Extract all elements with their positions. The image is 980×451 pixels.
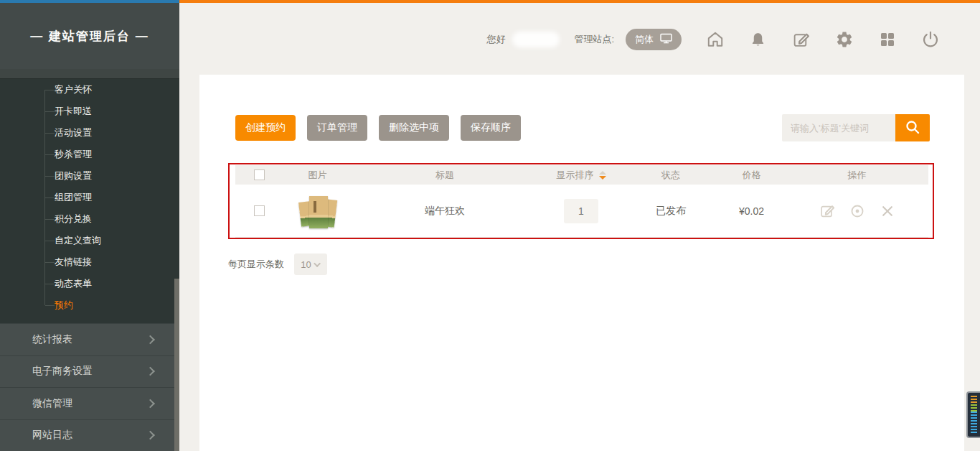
- bell-icon[interactable]: [748, 30, 768, 50]
- sidebar-item-custom-query[interactable]: 自定义查询: [0, 230, 179, 251]
- section-label: 网站日志: [32, 429, 72, 442]
- create-reservation-button[interactable]: 创建预约: [235, 115, 296, 141]
- sidebar: — 建站管理后台 — 客户关怀 开卡即送 活动设置 秒杀管理 团购设置 组团管理…: [0, 0, 179, 451]
- sidebar-item-card-gift[interactable]: 开卡即送: [0, 101, 179, 122]
- sidebar-scrollbar[interactable]: [174, 279, 179, 451]
- delete-selected-button[interactable]: 删除选中项: [379, 115, 449, 141]
- sidebar-section-site-logs[interactable]: 网站日志: [0, 419, 179, 451]
- header-toolbar: 您好 管理站点: 简体: [486, 29, 940, 50]
- section-label: 统计报表: [32, 333, 72, 346]
- sidebar-section-ecommerce[interactable]: 电子商务设置: [0, 355, 179, 388]
- order-management-button[interactable]: 订单管理: [307, 115, 367, 141]
- edit-row-icon[interactable]: [819, 203, 835, 219]
- chevron-right-icon: [146, 399, 155, 408]
- chevron-right-icon: [146, 431, 155, 440]
- product-thumbnail[interactable]: [299, 192, 336, 231]
- product-box-mark: [314, 201, 316, 213]
- language-site-button[interactable]: 简体: [626, 29, 682, 50]
- table-header-row: 图片 标题 显示排序 状态 价格 操作: [235, 165, 928, 185]
- page-size-control: 每页显示条数 10: [228, 254, 327, 275]
- preview-eye-icon[interactable]: [849, 203, 865, 219]
- row-actions-cell: [786, 203, 928, 219]
- save-order-button[interactable]: 保存顺序: [461, 115, 521, 141]
- sort-toggle-icon[interactable]: [599, 171, 606, 180]
- row-sort-cell: 1: [538, 199, 624, 223]
- section-label: 微信管理: [32, 397, 72, 410]
- sidebar-item-points-exchange[interactable]: 积分兑换: [0, 208, 179, 230]
- home-icon[interactable]: [705, 30, 725, 50]
- row-title: 端午狂欢: [352, 205, 538, 218]
- meter-green-segment: [971, 404, 977, 412]
- row-checkbox-cell: [235, 205, 283, 216]
- chevron-right-icon: [146, 367, 155, 376]
- column-header-sort: 显示排序: [538, 169, 624, 182]
- sidebar-item-group-manage[interactable]: 组团管理: [0, 187, 179, 208]
- language-label: 简体: [635, 33, 654, 46]
- product-box-middle: [309, 196, 328, 228]
- manage-site-label: 管理站点:: [574, 33, 614, 46]
- row-image-cell: [283, 192, 352, 231]
- section-label: 电子商务设置: [32, 365, 93, 378]
- sidebar-submenu: 客户关怀 开卡即送 活动设置 秒杀管理 团购设置 组团管理 积分兑换 自定义查询…: [0, 79, 179, 316]
- column-header-actions: 操作: [786, 169, 928, 182]
- sidebar-section-wechat[interactable]: 微信管理: [0, 387, 179, 419]
- header-top-strip: [179, 0, 980, 3]
- sort-down-icon: [599, 176, 606, 180]
- sidebar-item-activity-settings[interactable]: 活动设置: [0, 122, 179, 144]
- search-input[interactable]: [782, 114, 895, 141]
- chevron-down-icon: [314, 260, 321, 267]
- monitor-icon: [660, 33, 672, 46]
- sidebar-item-customer-care[interactable]: 客户关怀: [0, 79, 179, 101]
- delete-row-icon[interactable]: [880, 203, 895, 219]
- header-checkbox-cell: [235, 169, 283, 180]
- column-header-image: 图片: [283, 169, 352, 182]
- main-content-panel: 创建预约 订单管理 删除选中项 保存顺序 图片 标题 显示排序: [199, 75, 964, 451]
- action-toolbar: 创建预约 订单管理 删除选中项 保存顺序: [235, 115, 521, 141]
- page-size-label: 每页显示条数: [228, 258, 284, 271]
- username-redacted: [512, 32, 560, 47]
- meter-blue-segment: [971, 412, 977, 434]
- column-header-status: 状态: [624, 169, 717, 182]
- row-checkbox[interactable]: [254, 205, 265, 216]
- sidebar-item-reservation-active[interactable]: 预约: [0, 294, 179, 316]
- meter-amber-segment: [971, 396, 977, 404]
- search-bar: [782, 114, 930, 141]
- sidebar-sections: 统计报表 电子商务设置 微信管理 网站日志: [0, 323, 179, 451]
- sort-header-label: 显示排序: [557, 169, 594, 182]
- sort-up-icon: [599, 171, 606, 175]
- row-status: 已发布: [624, 205, 717, 218]
- apps-grid-icon[interactable]: [877, 30, 897, 50]
- search-icon: [904, 118, 921, 138]
- search-button[interactable]: [895, 114, 930, 141]
- sidebar-divider-band: [0, 69, 179, 79]
- page-size-value: 10: [301, 259, 311, 270]
- column-header-title: 标题: [352, 169, 538, 182]
- row-price: ¥0.02: [717, 205, 786, 217]
- page-size-select[interactable]: 10: [294, 254, 327, 275]
- table-row: 端午狂欢 1 已发布 ¥0.02: [235, 185, 928, 238]
- gear-icon[interactable]: [834, 30, 854, 50]
- sort-order-input[interactable]: 1: [564, 199, 598, 223]
- sidebar-item-flashsale[interactable]: 秒杀管理: [0, 144, 179, 165]
- power-icon[interactable]: [920, 30, 940, 50]
- greeting-text: 您好: [486, 33, 505, 46]
- reservation-table: 图片 标题 显示排序 状态 价格 操作: [235, 165, 928, 238]
- sidebar-section-statistics[interactable]: 统计报表: [0, 323, 179, 355]
- sidebar-item-groupbuy[interactable]: 团购设置: [0, 165, 179, 187]
- column-header-price: 价格: [717, 169, 786, 182]
- level-meter-widget[interactable]: [966, 391, 980, 438]
- chevron-right-icon: [146, 335, 155, 344]
- edit-icon[interactable]: [791, 30, 811, 50]
- sidebar-item-friend-links[interactable]: 友情链接: [0, 251, 179, 273]
- app-logo-title: — 建站管理后台 —: [0, 3, 179, 69]
- row-action-icons: [819, 203, 895, 219]
- select-all-checkbox[interactable]: [254, 169, 265, 180]
- sidebar-item-dynamic-form[interactable]: 动态表单: [0, 273, 179, 294]
